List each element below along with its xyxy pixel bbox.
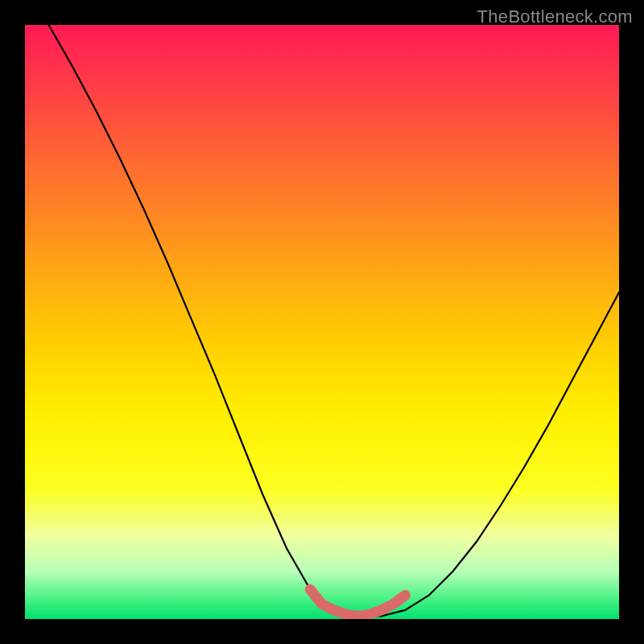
- plot-area: [25, 25, 619, 619]
- bottleneck-curve: [49, 25, 619, 616]
- optimal-highlight: [310, 589, 405, 616]
- attribution-text: TheBottleneck.com: [477, 6, 633, 27]
- curve-svg: [25, 25, 619, 619]
- chart-container: TheBottleneck.com: [0, 0, 644, 644]
